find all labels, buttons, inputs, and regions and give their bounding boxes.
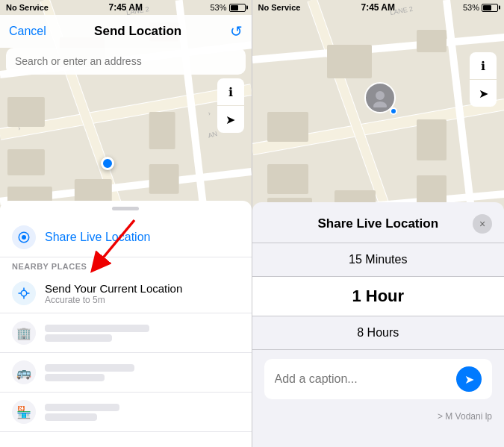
battery-percent: 53% <box>210 3 226 12</box>
blurred-name-1 <box>45 325 149 332</box>
nearby-row-2[interactable]: 🚌 <box>0 353 252 393</box>
right-battery-icon <box>482 4 498 12</box>
location-button[interactable]: ➤ <box>217 106 244 133</box>
svg-rect-38 <box>267 112 308 142</box>
battery-icon <box>229 4 246 12</box>
cancel-button[interactable]: Cancel <box>9 25 46 38</box>
right-time-display: 7:45 AM <box>361 2 395 13</box>
nearby-icon-3: 🏪 <box>12 400 36 424</box>
right-battery-percent: 53% <box>463 3 479 12</box>
location-dot <box>101 157 114 170</box>
right-map-actions: ℹ ➤ <box>470 52 497 107</box>
right-info-button[interactable]: ℹ <box>470 52 497 79</box>
blurred-name-3 <box>45 404 119 411</box>
map-actions: ℹ ➤ <box>217 78 244 133</box>
nav-title: Send Location <box>94 24 181 39</box>
svg-rect-12 <box>149 112 175 149</box>
svg-rect-42 <box>417 119 447 160</box>
blurred-sub-1 <box>45 334 112 342</box>
right-battery-area: 53% <box>463 3 498 12</box>
search-input[interactable] <box>15 55 237 67</box>
svg-rect-41 <box>417 30 447 52</box>
svg-point-47 <box>376 91 385 100</box>
signal-status: No Service <box>6 3 49 12</box>
avatar-dot <box>390 107 397 115</box>
recipient-row: > M Vodani lp <box>252 408 505 425</box>
refresh-button[interactable]: ↺ <box>230 22 243 40</box>
current-location-icon <box>12 281 36 305</box>
time-option-8hours[interactable]: 8 Hours <box>252 316 505 350</box>
left-panel: › › › LANE 2 AN No Service 7:45 AM 53% C… <box>0 0 252 447</box>
svg-rect-8 <box>7 97 45 127</box>
nearby-icon-2: 🚌 <box>12 360 36 384</box>
svg-line-22 <box>97 220 134 265</box>
battery-area: 53% <box>210 3 245 12</box>
nearby-icon-1: 🏢 <box>12 321 36 345</box>
nearby-row-1[interactable]: 🏢 <box>0 313 252 353</box>
current-location-name: Send Your Current Location <box>45 282 240 295</box>
modal-close-button[interactable]: × <box>473 214 492 234</box>
time-option-15min[interactable]: 15 Minutes <box>252 243 505 277</box>
send-button[interactable]: ➤ <box>456 366 482 392</box>
svg-point-24 <box>22 235 26 240</box>
status-bar: No Service 7:45 AM 53% <box>0 0 252 15</box>
current-location-row[interactable]: Send Your Current Location Accurate to 5… <box>0 274 252 313</box>
right-signal-status: No Service <box>258 3 301 12</box>
nearby-row-3[interactable]: 🏪 <box>0 393 252 432</box>
caption-row: ➤ <box>264 359 493 399</box>
share-live-icon <box>12 225 36 249</box>
search-bar[interactable] <box>6 48 246 75</box>
svg-rect-9 <box>7 149 45 175</box>
sheet-handle <box>112 207 139 210</box>
modal-header: Share Live Location × <box>252 214 505 243</box>
avatar-pin <box>364 82 396 113</box>
nearby-info-1 <box>45 322 240 344</box>
nearby-info-3 <box>45 401 240 423</box>
nav-bar: Cancel Send Location ↺ <box>0 15 252 48</box>
svg-point-48 <box>373 101 387 107</box>
info-button[interactable]: ℹ <box>217 78 244 105</box>
svg-rect-40 <box>327 45 372 78</box>
svg-rect-39 <box>267 164 308 194</box>
blurred-name-2 <box>45 364 134 372</box>
current-location-sub: Accurate to 5m <box>45 295 240 305</box>
modal-title: Share Live Location <box>284 216 473 231</box>
share-live-modal: Share Live Location × 15 Minutes 1 Hour … <box>252 202 505 447</box>
current-location-info: Send Your Current Location Accurate to 5… <box>45 282 240 305</box>
time-option-1hour[interactable]: 1 Hour <box>252 277 505 316</box>
right-status-bar: No Service 7:45 AM 53% <box>252 0 505 15</box>
blurred-sub-3 <box>45 413 97 421</box>
time-display: 7:45 AM <box>108 2 143 13</box>
red-arrow-annotation <box>60 216 149 279</box>
blurred-sub-2 <box>45 374 105 381</box>
caption-input[interactable] <box>275 372 457 386</box>
svg-point-25 <box>21 290 27 296</box>
right-location-button[interactable]: ➤ <box>470 80 497 107</box>
nearby-info-2 <box>45 362 240 384</box>
right-panel: LANE 2 No Service 7:45 AM 53% ℹ ➤ <box>252 0 505 447</box>
svg-rect-13 <box>149 164 179 194</box>
